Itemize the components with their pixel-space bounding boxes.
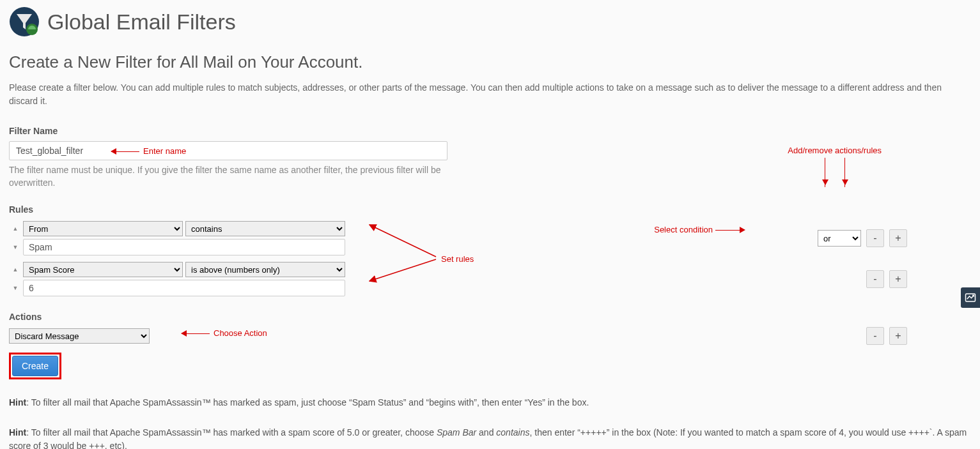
move-up-icon[interactable]: ▲ [13, 226, 19, 232]
add-rule-button[interactable]: + [889, 229, 907, 247]
rules-label: Rules [9, 204, 971, 215]
annotation-choose-action: Choose Action [214, 328, 267, 338]
add-action-button[interactable]: + [889, 327, 907, 345]
rule-part-select[interactable]: From [23, 221, 183, 236]
hint-1: Hint: To filter all mail that Apache Spa… [9, 396, 971, 409]
reorder-controls: ▲ ▼ [9, 267, 22, 291]
remove-rule-button[interactable]: - [866, 229, 884, 247]
filter-name-label: Filter Name [9, 126, 971, 136]
reorder-controls: ▲ ▼ [9, 226, 22, 250]
remove-rule-button[interactable]: - [866, 270, 884, 288]
actions-label: Actions [9, 312, 971, 322]
email-filter-icon [9, 6, 40, 37]
rule-row: ▲ ▼ Spam Score is above (numbers only) -… [9, 261, 971, 298]
add-rule-button[interactable]: + [889, 270, 907, 288]
rule-condition-select[interactable]: contains [185, 221, 345, 236]
annotation-enter-name: Enter name [143, 146, 186, 156]
rule-condition-select[interactable]: is above (numbers only) [185, 262, 345, 277]
move-down-icon[interactable]: ▼ [13, 245, 19, 250]
filter-name-help: The filter name must be unique. If you g… [9, 164, 456, 189]
page-header: Global Email Filters [9, 6, 971, 43]
rule-part-select[interactable]: Spam Score [23, 262, 183, 277]
annotation-set-rules: Set rules [441, 254, 474, 264]
rules-section: Rules Add/remove actions/rules ▲ ▼ From … [9, 204, 971, 298]
move-down-icon[interactable]: ▼ [13, 285, 19, 291]
stats-side-tab[interactable] [961, 287, 980, 308]
intro-text: Please create a filter below. You can ad… [9, 81, 971, 108]
rule-row: ▲ ▼ From contains Select condition or - … [9, 220, 971, 257]
chart-icon [965, 292, 976, 303]
actions-section: Actions Discard Message Choose Action - … [9, 312, 971, 379]
rule-join-select[interactable]: or [818, 230, 861, 247]
move-up-icon[interactable]: ▲ [13, 267, 19, 273]
hint-2: Hint: To filter all mail that Apache Spa… [9, 426, 971, 449]
create-button-highlight: Create [9, 353, 61, 379]
annotation-select-condition: Select condition [654, 225, 747, 234]
create-button[interactable]: Create [12, 356, 58, 376]
annotation-add-remove: Add/remove actions/rules [788, 146, 882, 187]
rule-value-input[interactable] [23, 239, 345, 255]
page-title: Global Email Filters [47, 10, 236, 34]
action-select[interactable]: Discard Message [9, 328, 150, 344]
filter-name-input[interactable] [9, 141, 447, 160]
subheading: Create a New Filter for All Mail on Your… [9, 52, 971, 72]
remove-action-button[interactable]: - [866, 327, 884, 345]
rule-value-input[interactable] [23, 280, 345, 296]
